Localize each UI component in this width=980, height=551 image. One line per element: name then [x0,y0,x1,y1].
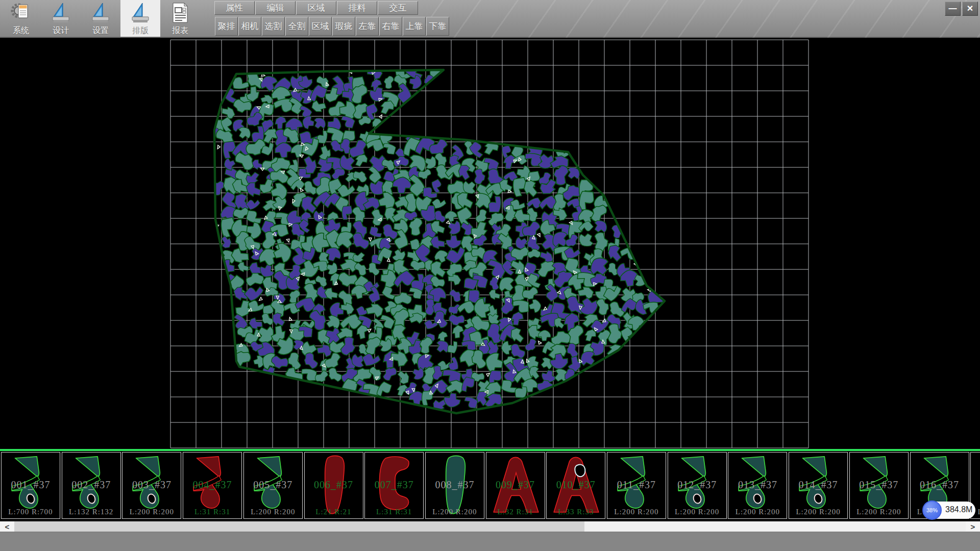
mode-button-3[interactable]: 设置 [81,0,120,37]
action-button-9[interactable]: 上靠 [403,17,426,36]
piece-thumbnail-13[interactable]: 013_#37L:200 R:200 [728,452,787,519]
ruler-icon [51,2,71,24]
mode-button-5[interactable]: 报表 [160,0,200,37]
scroll-left-arrow-icon[interactable]: < [0,521,14,532]
piece-id-label: 011_#37 [607,479,666,491]
bottom-status-bar [0,532,980,551]
piece-thumbnail-8[interactable]: 008_#37L:200 R:200 [425,452,484,519]
action-button-2[interactable]: 相机 [238,17,261,36]
piece-id-label: 007_#37 [365,479,423,491]
menu-tab-row: 属性编辑区域排料交互 [214,1,419,15]
menu-tab-2[interactable]: 编辑 [255,1,296,15]
main-mode-buttons: 系统设计设置排版报表 [1,0,200,37]
piece-lr-count: L:700 R:700 [2,508,60,516]
piece-lr-count: L:200 R:200 [668,508,726,516]
ruler-icon [130,2,151,24]
piece-thumbnail-2[interactable]: 002_#37L:132 R:132 [62,452,121,519]
piece-thumbnail-15[interactable]: 015_#37L:200 R:200 [849,452,909,519]
piece-lr-count: L:200 R:200 [426,508,484,516]
piece-thumbnail-6[interactable]: 006_#37L:21 R:21 [304,452,363,519]
menu-tab-3[interactable]: 区域 [296,1,336,15]
piece-id-label: 002_#37 [62,479,120,491]
piece-lr-count: L:132 R:132 [62,508,120,516]
nesting-app-window: 系统设计设置排版报表 属性编辑区域排料交互 聚排相机选割全割区域瑕疵左靠右靠上靠… [0,0,980,551]
action-button-4[interactable]: 全割 [285,17,308,36]
action-button-10[interactable]: 下靠 [426,17,449,36]
scrollbar-thumb[interactable] [14,521,584,532]
gear-doc-icon [11,2,31,24]
piece-id-label: 009_#37 [486,479,545,491]
piece-lr-count: L:200 R:200 [607,508,666,516]
toolbar-texture [419,0,980,38]
piece-lr-count: L:200 R:200 [244,508,302,516]
mode-button-2[interactable]: 设计 [41,0,81,37]
action-button-row: 聚排相机选割全割区域瑕疵左靠右靠上靠下靠 [215,17,450,36]
horizontal-scrollbar[interactable]: < > [0,521,980,532]
piece-id-label: 010_#37 [547,479,605,491]
action-button-3[interactable]: 选割 [262,17,285,36]
mode-button-1[interactable]: 系统 [1,0,41,37]
piece-thumbnail-9[interactable]: 009_#37L:32 R:31 [486,452,545,519]
piece-lr-count: L:200 R:200 [789,508,847,516]
report-icon [170,2,190,24]
piece-id-label: 015_#37 [850,479,908,491]
piece-thumbnail-10[interactable]: 010_#37L:33 R:33 [546,452,605,519]
piece-id-label: 001_#37 [2,479,60,491]
piece-id-label: 004_#37 [183,479,241,491]
menu-tab-4[interactable]: 排料 [337,1,377,15]
piece-thumbnail-14[interactable]: 014_#37L:200 R:200 [789,452,848,519]
toolbar: 系统设计设置排版报表 属性编辑区域排料交互 聚排相机选割全割区域瑕疵左靠右靠上靠… [0,0,980,38]
window-controls: — ✕ [945,2,978,16]
piece-id-label: 013_#37 [728,479,787,491]
piece-lr-count: L:32 R:31 [486,508,545,516]
action-button-1[interactable]: 聚排 [215,17,238,36]
piece-thumbnail-11[interactable]: 011_#37L:200 R:200 [607,452,666,519]
piece-thumbnail-12[interactable]: 012_#37L:200 R:200 [668,452,727,519]
piece-thumbnail-5[interactable]: 005_#37L:200 R:200 [243,452,303,519]
piece-id-label: 005_#37 [244,479,302,491]
mode-button-label: 排版 [132,26,149,36]
piece-lr-count: L:33 R:33 [547,508,605,516]
piece-thumbnail-4[interactable]: 004_#37L:31 R:31 [183,452,242,519]
piece-lr-count: L:21 R:21 [305,508,363,516]
nesting-canvas[interactable] [0,38,980,449]
action-button-8[interactable]: 右靠 [379,17,402,36]
menu-tab-5[interactable]: 交互 [378,1,418,15]
piece-lr-count: L:200 R:200 [850,508,908,516]
piece-id-label: 006_#37 [305,479,363,491]
piece-id-label: 003_#37 [122,479,181,491]
piece-thumbnail-1[interactable]: 001_#37L:700 R:700 [1,452,60,519]
scroll-right-arrow-icon[interactable]: > [966,521,980,532]
action-button-5[interactable]: 区域 [309,17,332,36]
piece-id-label: 014_#37 [789,479,847,491]
piece-id-label: 017_#37 [971,479,980,491]
piece-lr-count: L:200 R:200 [728,508,787,516]
mode-button-label: 设置 [92,26,109,36]
badge-size-label: 384.8M [945,505,972,514]
piece-lr-count: L:31 R:31 [365,508,423,516]
close-button[interactable]: ✕ [962,2,978,16]
action-button-6[interactable]: 瑕疵 [332,17,355,36]
piece-thumbnail-7[interactable]: 007_#37L:31 R:31 [364,452,424,519]
mode-button-label: 设计 [53,26,69,36]
piece-lr-count: L:31 R:31 [183,508,241,516]
progress-circle: 38% [922,500,942,520]
mode-button-label: 报表 [172,26,188,36]
mode-button-4[interactable]: 排版 [120,0,160,37]
nesting-layout-drawing [0,38,980,449]
piece-id-label: 012_#37 [668,479,726,491]
piece-id-label: 008_#37 [426,479,484,491]
piece-id-label: 016_#37 [911,479,969,491]
piece-thumbnail-strip: 001_#37L:700 R:700002_#37L:132 R:132003_… [0,451,980,520]
status-badge[interactable]: 38% 384.8M [924,502,975,519]
piece-lr-count: L:200 R:200 [122,508,181,516]
action-button-7[interactable]: 左靠 [356,17,379,36]
minimize-button[interactable]: — [945,2,961,16]
mode-button-label: 系统 [13,26,29,36]
menu-tab-1[interactable]: 属性 [214,1,255,15]
piece-thumbnail-3[interactable]: 003_#37L:200 R:200 [122,452,181,519]
ruler-icon [90,2,111,24]
